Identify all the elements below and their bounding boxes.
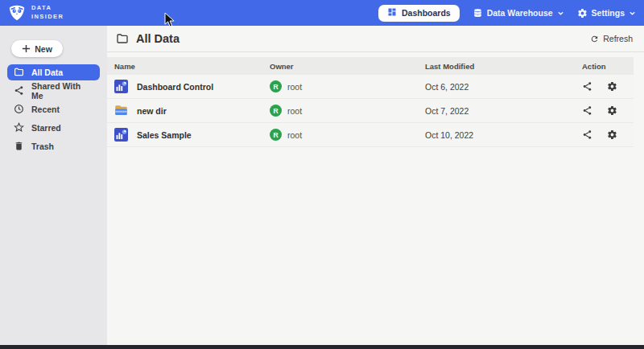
owner-name: root bbox=[287, 106, 302, 116]
column-header-modified: Last Modified bbox=[425, 62, 582, 71]
sidebar: New All Data Shared With Me Recent Starr… bbox=[0, 26, 107, 345]
owner-avatar: R bbox=[270, 80, 282, 92]
star-icon bbox=[14, 122, 24, 134]
gear-icon[interactable] bbox=[607, 129, 617, 140]
dashboards-button-label: Dashboards bbox=[402, 8, 451, 18]
folder-icon bbox=[116, 32, 129, 45]
chevron-down-icon bbox=[557, 10, 564, 17]
dashboard-file-icon bbox=[114, 80, 128, 93]
refresh-icon bbox=[590, 35, 599, 43]
folder-icon bbox=[14, 67, 24, 79]
clock-icon bbox=[14, 104, 24, 116]
file-name: new dir bbox=[137, 106, 167, 116]
dashboards-button[interactable]: Dashboards bbox=[378, 5, 460, 22]
database-icon bbox=[473, 8, 483, 18]
table-header: Name Owner Last Modified Action bbox=[107, 57, 634, 75]
data-warehouse-menu[interactable]: Data Warehouse bbox=[473, 8, 564, 18]
top-navbar: DATA INSIDER Dashboards Data Warehouse S… bbox=[0, 0, 644, 26]
sidebar-item-recent[interactable]: Recent bbox=[7, 101, 100, 117]
table-row[interactable]: new dir R root Oct 7, 2022 bbox=[107, 99, 634, 123]
dashboard-file-icon bbox=[114, 128, 128, 142]
owl-logo-icon bbox=[8, 4, 26, 22]
share-icon[interactable] bbox=[582, 105, 592, 116]
gear-icon[interactable] bbox=[607, 81, 617, 92]
column-header-owner: Owner bbox=[270, 62, 425, 71]
file-name: Dashboard Control bbox=[137, 82, 213, 92]
sidebar-item-label: All Data bbox=[31, 68, 63, 77]
data-warehouse-label: Data Warehouse bbox=[487, 8, 553, 18]
refresh-button[interactable]: Refresh bbox=[590, 34, 633, 43]
folder-file-icon bbox=[114, 104, 128, 117]
dashboard-grid-icon bbox=[387, 7, 397, 18]
sidebar-item-label: Shared With Me bbox=[31, 81, 93, 101]
app-logo: DATA INSIDER bbox=[8, 4, 64, 22]
main-panel: All Data Refresh Name Owner Last Modifie… bbox=[107, 26, 644, 345]
new-button-label: New bbox=[35, 44, 52, 54]
last-modified-date: Oct 7, 2022 bbox=[425, 106, 582, 116]
table-row[interactable]: Dashboard Control R root Oct 6, 2022 bbox=[107, 75, 634, 99]
page-title: All Data bbox=[136, 32, 180, 45]
sidebar-item-label: Starred bbox=[31, 123, 61, 133]
main-header: All Data Refresh bbox=[107, 26, 644, 52]
sidebar-item-trash[interactable]: Trash bbox=[7, 138, 100, 154]
owner-name: root bbox=[287, 82, 302, 92]
files-table: Name Owner Last Modified Action Dashboar… bbox=[107, 57, 634, 147]
new-button[interactable]: New bbox=[11, 40, 63, 57]
column-header-name: Name bbox=[114, 62, 270, 71]
sidebar-item-label: Trash bbox=[31, 142, 54, 151]
logo-text-line2: INSIDER bbox=[31, 13, 64, 22]
table-body: Dashboard Control R root Oct 6, 2022 new… bbox=[107, 75, 634, 147]
last-modified-date: Oct 10, 2022 bbox=[425, 130, 582, 140]
last-modified-date: Oct 6, 2022 bbox=[425, 82, 582, 92]
column-header-action: Action bbox=[582, 62, 634, 71]
table-row[interactable]: Sales Sample R root Oct 10, 2022 bbox=[107, 123, 634, 147]
share-icon[interactable] bbox=[582, 129, 592, 140]
sidebar-item-shared-with-me[interactable]: Shared With Me bbox=[7, 83, 100, 99]
settings-label: Settings bbox=[592, 8, 625, 18]
settings-menu[interactable]: Settings bbox=[577, 8, 636, 18]
sidebar-nav: All Data Shared With Me Recent Starred T… bbox=[0, 64, 107, 154]
gear-icon bbox=[577, 8, 588, 18]
trash-icon bbox=[14, 141, 24, 153]
sidebar-item-label: Recent bbox=[31, 105, 60, 114]
owner-avatar: R bbox=[270, 105, 282, 117]
share-icon bbox=[14, 85, 24, 97]
sidebar-item-starred[interactable]: Starred bbox=[7, 120, 100, 136]
gear-icon[interactable] bbox=[607, 105, 617, 116]
sidebar-item-all-data[interactable]: All Data bbox=[7, 64, 100, 80]
owner-avatar: R bbox=[270, 129, 282, 141]
chevron-down-icon bbox=[629, 10, 636, 17]
window-bottom-edge bbox=[0, 345, 644, 349]
refresh-label: Refresh bbox=[603, 34, 633, 43]
plus-icon bbox=[22, 44, 31, 53]
share-icon[interactable] bbox=[582, 81, 592, 92]
owner-name: root bbox=[287, 130, 302, 140]
logo-text-line1: DATA bbox=[31, 4, 64, 13]
file-name: Sales Sample bbox=[137, 130, 192, 140]
